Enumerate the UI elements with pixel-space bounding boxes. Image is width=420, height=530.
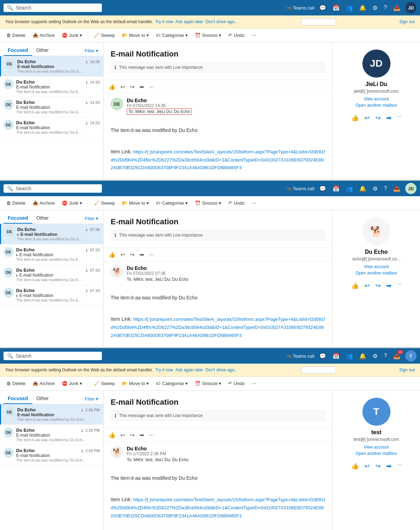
settings-icon[interactable]: ⚙ — [371, 184, 379, 193]
forward-icon[interactable]: ➡ — [138, 250, 145, 259]
teams-call-button[interactable]: 📹 Teams call — [286, 186, 314, 191]
ask-later-link[interactable]: Ask again later — [175, 367, 203, 372]
categorise-button[interactable]: 🏷 Categorise ▾ — [153, 31, 191, 39]
help-icon[interactable]: ? — [382, 3, 388, 12]
settings-icon[interactable]: ⚙ — [371, 3, 379, 13]
junk-button[interactable]: ⛔ Junk ▾ — [59, 379, 85, 387]
more-button[interactable]: ⋯ — [249, 379, 259, 387]
people-icon[interactable]: 👥 — [344, 351, 354, 361]
people-icon[interactable]: 👥 — [344, 184, 354, 193]
email-more-icon[interactable]: ⋯ — [147, 430, 156, 440]
sign-out-link[interactable]: Sign out — [399, 19, 415, 24]
teams-call-button[interactable]: 📹 Teams call — [286, 353, 314, 359]
mail-item[interactable]: DE Du Echo ⤓ 14:36 E-mail Notification — [0, 56, 103, 77]
feedback-icon[interactable]: 📤18 — [392, 351, 402, 361]
undo-button[interactable]: ↶ Undo — [225, 379, 247, 387]
tab-other[interactable]: Other — [32, 45, 53, 56]
mail-item[interactable]: DE Du Echo ⤓ 07:33 ▸ E-mail Notification — [0, 244, 103, 265]
profile-reply[interactable]: ↩ — [363, 280, 371, 291]
mail-item[interactable]: DE Du Echo ⤓ 14:33 E-mail Notification — [0, 77, 103, 97]
delete-button[interactable]: 🗑 Delete — [4, 31, 28, 39]
thumbs-up-icon[interactable]: 👍 — [107, 82, 117, 92]
open-mailbox-link[interactable]: Open another mailbox — [355, 451, 397, 456]
junk-button[interactable]: ⛔ Junk ▾ — [59, 199, 85, 207]
undo-button[interactable]: ↶ Undo — [225, 31, 247, 39]
thumbs-up-icon[interactable]: 👍 — [107, 250, 117, 259]
user-avatar[interactable]: JD — [405, 2, 416, 13]
chat-icon[interactable]: 💬 — [318, 184, 328, 193]
thumbs-up-icon[interactable]: 👍 — [107, 430, 117, 440]
notif-input[interactable] — [301, 18, 336, 25]
teams-call-button[interactable]: 📹 Teams call — [286, 5, 314, 11]
profile-more[interactable]: ⋯ — [396, 280, 403, 291]
tab-other[interactable]: Other — [32, 393, 53, 404]
try-now-link[interactable]: Try it now — [155, 367, 173, 372]
mail-item[interactable]: DE Du Echo ⤓ 07:36 ▸ E-mail Notification — [0, 224, 103, 244]
undo-button[interactable]: ↶ Undo — [225, 199, 247, 207]
archive-button[interactable]: 📥 Archive — [30, 379, 58, 387]
chat-icon[interactable]: 💬 — [318, 3, 328, 13]
calendar-icon[interactable]: 📅 — [331, 351, 341, 361]
snooze-button[interactable]: ⏰ Snooze ▾ — [192, 31, 224, 39]
open-mailbox-link[interactable]: Open another mailbox — [355, 271, 397, 276]
help-icon[interactable]: ? — [382, 351, 388, 360]
tab-other[interactable]: Other — [32, 213, 53, 224]
profile-reply-all[interactable]: ↪ — [374, 280, 382, 291]
more-button[interactable]: ⋯ — [249, 199, 259, 207]
chat-icon[interactable]: 💬 — [318, 351, 328, 361]
snooze-button[interactable]: ⏰ Snooze ▾ — [192, 199, 224, 207]
mail-item[interactable]: DE Du Echo ⤓ 14:33 E-mail Notification — [0, 117, 103, 138]
tab-focused[interactable]: Focused — [4, 213, 32, 224]
delete-button[interactable]: 🗑 Delete — [4, 199, 28, 207]
search-box[interactable]: 🔍 Search — [4, 4, 102, 12]
calendar-icon[interactable]: 📅 — [331, 184, 341, 193]
reply-icon[interactable]: ↩ — [119, 250, 126, 259]
view-account-link[interactable]: View account — [364, 445, 389, 450]
sweep-button[interactable]: 🧹 Sweep — [91, 199, 118, 207]
categorise-button[interactable]: 🏷 Categorise ▾ — [153, 199, 191, 207]
notif-input[interactable] — [301, 366, 336, 373]
try-now-link[interactable]: Try it now — [155, 19, 173, 24]
more-button[interactable]: ⋯ — [249, 31, 259, 39]
profile-forward[interactable]: ➡ — [385, 280, 393, 291]
mail-item[interactable]: DE Du Echo ⤓ 2:33 PM E-mail Notification — [0, 425, 103, 445]
categorise-button[interactable]: 🏷 Categorise ▾ — [153, 379, 191, 387]
archive-button[interactable]: 📥 Archive — [30, 199, 58, 207]
mail-item[interactable]: DE Du Echo ⤓ 07:33 ▸ E-mail Notification — [0, 285, 103, 305]
calendar-icon[interactable]: 📅 — [331, 3, 341, 13]
dont-show-link[interactable]: Don't show aga... — [205, 19, 238, 24]
email-more-icon[interactable]: ⋯ — [147, 250, 156, 259]
reply-all-icon[interactable]: ↪ — [129, 250, 136, 259]
user-avatar[interactable]: JD — [405, 183, 416, 194]
move-to-button[interactable]: 📂 Move to ▾ — [119, 199, 152, 207]
forward-icon[interactable]: ➡ — [138, 430, 145, 440]
filter-button[interactable]: Filter ▾ — [83, 395, 100, 403]
tab-focused[interactable]: Focused — [4, 45, 32, 56]
filter-button[interactable]: Filter ▾ — [83, 47, 100, 55]
profile-more[interactable]: ⋯ — [396, 461, 403, 471]
snooze-button[interactable]: ⏰ Snooze ▾ — [192, 379, 224, 387]
mail-item[interactable]: DE Du Echo ⤓ 14:33 E-mail Notification — [0, 97, 103, 117]
view-account-link[interactable]: View account — [364, 97, 389, 101]
search-box[interactable]: 🔍 Search — [4, 184, 102, 193]
sweep-button[interactable]: 🧹 Sweep — [91, 379, 118, 387]
view-account-link[interactable]: View account — [364, 264, 389, 269]
profile-forward[interactable]: ➡ — [385, 113, 393, 123]
sweep-button[interactable]: 🧹 Sweep — [91, 31, 118, 39]
profile-thumbs-up[interactable]: 👍 — [350, 461, 360, 471]
dont-show-link[interactable]: Don't show aga... — [205, 367, 238, 372]
profile-more[interactable]: ⋯ — [396, 113, 403, 123]
mail-item[interactable]: DE Du Echo ⤓ 2:33 PM E-mail Notification — [0, 445, 103, 465]
junk-button[interactable]: ⛔ Junk ▾ — [59, 31, 85, 39]
sign-out-link[interactable]: Sign out — [399, 367, 415, 372]
profile-reply-all[interactable]: ↪ — [374, 461, 382, 471]
open-mailbox-link[interactable]: Open another mailbox — [355, 103, 397, 108]
settings-icon[interactable]: ⚙ — [371, 351, 379, 361]
profile-reply[interactable]: ↩ — [363, 113, 371, 123]
people-icon[interactable]: 👥 — [344, 3, 354, 13]
reply-icon[interactable]: ↩ — [119, 430, 126, 440]
mail-item[interactable]: DE Du Echo ⤓ 2:36 PM E-mail Notification — [0, 404, 103, 425]
filter-button[interactable]: Filter ▾ — [83, 214, 100, 223]
feedback-icon[interactable]: 📤 — [392, 3, 402, 13]
move-to-button[interactable]: 📂 Move to ▾ — [119, 31, 152, 39]
